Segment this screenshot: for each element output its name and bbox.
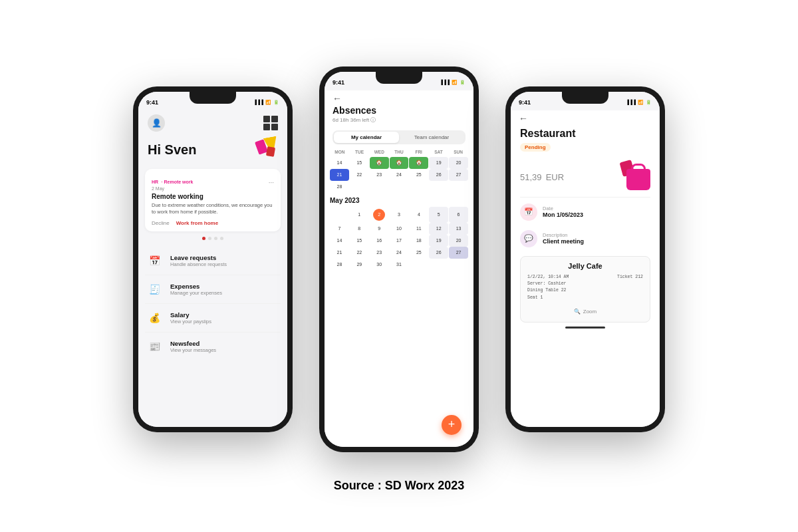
carousel-dots: [138, 237, 287, 240]
cal-day[interactable]: 15: [350, 157, 369, 169]
wfh-button[interactable]: Work from home: [176, 220, 218, 226]
absences-subtitle: 6d 18h 36m left ⓘ: [332, 116, 466, 124]
zoom-icon: 🔍: [574, 309, 581, 315]
back-button-3[interactable]: ←: [519, 113, 528, 124]
restaurant-header: ←: [511, 110, 660, 126]
dot-1[interactable]: [202, 237, 205, 240]
restaurant-screen: ← Restaurant Pending 51,39 EUR: [511, 110, 660, 427]
cal-day[interactable]: 14: [330, 157, 349, 169]
expenses-title: Expenses: [170, 283, 222, 290]
cal-day[interactable]: 30: [370, 259, 389, 271]
qr-icon[interactable]: [263, 116, 278, 130]
cal-day[interactable]: 28: [330, 181, 349, 193]
zoom-button[interactable]: 🔍 Zoom: [527, 305, 643, 318]
cal-day[interactable]: 7: [330, 223, 349, 235]
cal-day[interactable]: 11: [409, 223, 428, 235]
source-attribution: Source : SD Worx 2023: [334, 479, 465, 493]
receipt-line4: Seat 1: [527, 295, 643, 301]
cal-day[interactable]: 24: [390, 247, 409, 259]
cal-day[interactable]: 8: [350, 223, 369, 235]
receipt-body: 1/2/22, 10:14 AM Ticket 212 Server: Cash…: [527, 274, 643, 302]
month-label: May 2023: [325, 194, 473, 205]
cal-day[interactable]: 23: [370, 169, 389, 181]
menu-item-newsfeed[interactable]: 📰 Newsfeed View your messages: [145, 332, 281, 360]
card-tag-suffix: · Remote work: [162, 180, 194, 184]
newsfeed-sub: View your messages: [170, 347, 216, 353]
absences-screen: ← Absences 6d 18h 36m left ⓘ My calendar…: [325, 90, 473, 447]
cal-day[interactable]: 29: [350, 259, 369, 271]
cal-day[interactable]: 31: [390, 259, 409, 271]
expenses-sub: Manage your expenses: [170, 290, 222, 296]
expense-amount: 51,39 EUR: [520, 167, 564, 184]
cal-day[interactable]: 10: [390, 223, 409, 235]
notch-1: [190, 92, 236, 104]
salary-title: Salary: [170, 311, 211, 319]
cal-day: 20: [449, 157, 468, 169]
status-icons-2: ▐▐▐ 📶 🔋: [440, 80, 466, 85]
back-button[interactable]: ←: [332, 93, 466, 104]
cal-day-selected[interactable]: 21: [330, 169, 349, 181]
receipt-card: Jelly Cafe 1/2/22, 10:14 AM Ticket 212 S…: [520, 256, 650, 323]
dot-4[interactable]: [220, 237, 223, 240]
cal-day[interactable]: 18: [409, 235, 428, 247]
menu-item-expenses[interactable]: 🧾 Expenses Manage your expenses: [145, 275, 281, 304]
home-indicator: [565, 327, 605, 329]
tab-my-calendar[interactable]: My calendar: [334, 132, 399, 143]
cal-day[interactable]: 1: [350, 207, 369, 223]
dot-3[interactable]: [214, 237, 217, 240]
cal-day[interactable]: 3: [390, 207, 409, 223]
notch-2: [376, 72, 422, 84]
receipt-line2: Server: Cashier: [527, 281, 643, 287]
cal-day: 2: [370, 207, 389, 223]
cal-day[interactable]: 17: [390, 235, 409, 247]
description-value: Client meeting: [543, 238, 584, 245]
cal-day[interactable]: 22: [350, 247, 369, 259]
phone-absences: 9:41 ▐▐▐ 📶 🔋 ← Absences 6d 18h 36m left …: [319, 66, 479, 452]
cal-day[interactable]: 28: [330, 259, 349, 271]
cal-day-marked[interactable]: 🏠: [390, 157, 409, 169]
cal-day[interactable]: 9: [370, 223, 389, 235]
cal-day[interactable]: 22: [350, 169, 369, 181]
cal-day[interactable]: 4: [409, 207, 428, 223]
decline-button[interactable]: Decline: [152, 220, 170, 226]
description-icon: 💬: [520, 230, 537, 247]
home-header: 👤: [138, 110, 287, 134]
status-bar-3: 9:41 ▐▐▐ 📶 🔋: [511, 92, 660, 110]
menu-item-leave[interactable]: 📅 Leave requests Handle absence requests: [145, 247, 281, 275]
phone-restaurant: 9:41 ▐▐▐ 📶 🔋 ← Restaurant Pending 51,3: [505, 86, 665, 432]
leave-sub: Handle absence requests: [170, 261, 227, 267]
may-week-5: 28 29 30 31: [330, 259, 468, 271]
cal-day[interactable]: 16: [370, 235, 389, 247]
cal-day-marked[interactable]: 🏠: [409, 157, 428, 169]
cal-day-marked[interactable]: 🏠: [370, 157, 389, 169]
dot-2[interactable]: [208, 237, 211, 240]
card-title: Remote working: [152, 193, 274, 200]
receipt-title: Jelly Cafe: [527, 262, 643, 270]
calendar-header: MON TUE WED THU FRI SAT SUN: [330, 148, 468, 156]
menu-item-salary[interactable]: 💰 Salary View your payslips: [145, 304, 281, 332]
newsfeed-title: Newsfeed: [170, 340, 216, 347]
cal-day[interactable]: 14: [330, 235, 349, 247]
card-tag: HR: [152, 180, 158, 184]
avatar-icon[interactable]: 👤: [148, 114, 165, 132]
cal-day[interactable]: 24: [390, 169, 409, 181]
brand-graphic: [245, 137, 278, 164]
announcement-card: HR · Remote work 2 May ··· Remote workin…: [145, 169, 281, 231]
add-absence-button[interactable]: +: [442, 415, 462, 435]
time-2: 9:41: [332, 79, 344, 86]
description-row: 💬 Description Client meeting: [511, 225, 660, 252]
cal-day[interactable]: 25: [409, 247, 428, 259]
cal-day[interactable]: 25: [409, 169, 428, 181]
cal-day[interactable]: 21: [330, 247, 349, 259]
cal-day[interactable]: 15: [350, 235, 369, 247]
leave-icon: 📅: [145, 251, 164, 270]
expenses-icon: 🧾: [145, 280, 164, 299]
tab-team-calendar[interactable]: Team calendar: [399, 132, 464, 143]
cal-day[interactable]: 23: [370, 247, 389, 259]
week-row-1: 14 15 🏠 🏠 🏠 19 20: [330, 157, 468, 169]
card-options[interactable]: ···: [269, 179, 274, 186]
divider-1: [520, 197, 650, 198]
newsfeed-icon: 📰: [145, 337, 164, 356]
salary-icon: 💰: [145, 309, 164, 327]
card-date: 2 May: [152, 186, 193, 191]
